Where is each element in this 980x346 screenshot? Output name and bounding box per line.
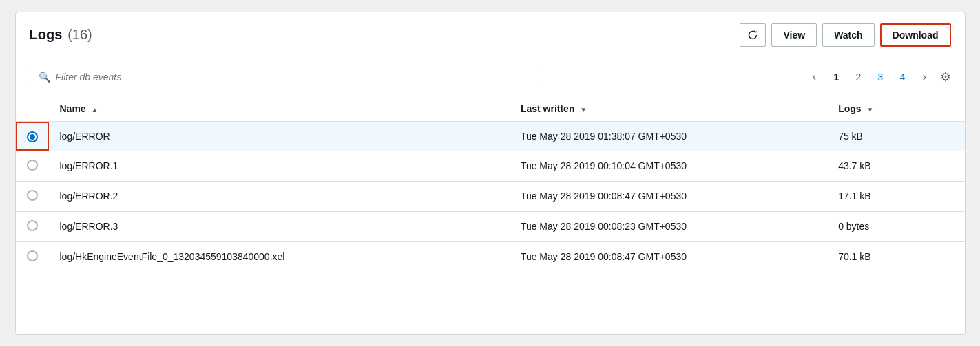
radio-cell[interactable] <box>16 181 49 211</box>
panel-header: Logs (16) View Watch Download <box>16 12 965 58</box>
prev-page-button[interactable]: ‹ <box>805 67 824 87</box>
col-select <box>16 96 49 122</box>
cell-name: log/ERROR <box>49 122 510 151</box>
last-written-sort-icon: ▼ <box>580 106 587 113</box>
logs-table: Name ▲ Last written ▼ Logs ▼ log/ERRORTu… <box>16 96 965 272</box>
cell-last-written: Tue May 28 2019 00:10:04 GMT+0530 <box>510 151 827 181</box>
cell-name: log/HkEngineEventFile_0_1320345591038400… <box>49 241 510 272</box>
radio-button[interactable] <box>27 220 38 231</box>
table-row[interactable]: log/HkEngineEventFile_0_1320345591038400… <box>16 241 965 272</box>
header-actions: View Watch Download <box>740 23 950 47</box>
radio-cell[interactable] <box>16 122 49 151</box>
col-last-written[interactable]: Last written ▼ <box>510 96 827 122</box>
cell-logs: 17.1 kB <box>827 181 964 211</box>
table-row[interactable]: log/ERROR.3Tue May 28 2019 00:08:23 GMT+… <box>16 211 965 241</box>
logs-sort-icon: ▼ <box>866 106 873 113</box>
cell-name: log/ERROR.1 <box>49 151 510 181</box>
cell-name: log/ERROR.2 <box>49 181 510 211</box>
watch-button[interactable]: Watch <box>822 23 874 47</box>
radio-cell[interactable] <box>16 151 49 181</box>
table-row[interactable]: log/ERROR.1Tue May 28 2019 00:10:04 GMT+… <box>16 151 965 181</box>
radio-cell[interactable] <box>16 241 49 272</box>
cell-logs: 75 kB <box>827 122 964 151</box>
download-button[interactable]: Download <box>880 23 951 47</box>
search-bar: 🔍 ‹ 1 2 3 4 › ⚙ <box>16 58 965 96</box>
settings-icon[interactable]: ⚙ <box>940 69 951 85</box>
cell-logs: 0 bytes <box>827 211 964 241</box>
cell-last-written: Tue May 28 2019 00:08:47 GMT+0530 <box>510 181 827 211</box>
page-4-button[interactable]: 4 <box>893 67 913 87</box>
cell-last-written: Tue May 28 2019 00:08:23 GMT+0530 <box>510 211 827 241</box>
col-name[interactable]: Name ▲ <box>49 96 510 122</box>
cell-logs: 70.1 kB <box>827 241 964 272</box>
table-row[interactable]: log/ERRORTue May 28 2019 01:38:07 GMT+05… <box>16 122 965 151</box>
view-button[interactable]: View <box>771 23 817 47</box>
table-body: log/ERRORTue May 28 2019 01:38:07 GMT+05… <box>16 122 965 272</box>
radio-button[interactable] <box>27 190 38 201</box>
panel-title: Logs (16) <box>30 27 92 43</box>
page-2-button[interactable]: 2 <box>849 67 868 87</box>
cell-last-written: Tue May 28 2019 01:38:07 GMT+0530 <box>510 122 827 151</box>
cell-logs: 43.7 kB <box>827 151 964 181</box>
pagination: ‹ 1 2 3 4 › ⚙ <box>805 67 951 87</box>
cell-last-written: Tue May 28 2019 00:08:47 GMT+0530 <box>510 241 827 272</box>
name-sort-icon: ▲ <box>92 106 98 113</box>
page-1-button[interactable]: 1 <box>827 67 846 87</box>
search-input[interactable] <box>56 72 530 83</box>
page-3-button[interactable]: 3 <box>871 67 890 87</box>
logs-panel: Logs (16) View Watch Download 🔍 ‹ 1 2 3 <box>15 12 966 335</box>
col-logs[interactable]: Logs ▼ <box>827 96 964 122</box>
search-icon: 🔍 <box>39 72 50 83</box>
table-header: Name ▲ Last written ▼ Logs ▼ <box>16 96 965 122</box>
radio-cell[interactable] <box>16 211 49 241</box>
radio-button[interactable] <box>27 160 38 171</box>
search-wrapper[interactable]: 🔍 <box>30 67 539 87</box>
next-page-button[interactable]: › <box>915 67 935 87</box>
title-count: (16) <box>67 27 92 42</box>
title-text: Logs <box>30 27 63 42</box>
radio-button[interactable] <box>27 131 38 142</box>
radio-button[interactable] <box>27 250 38 261</box>
refresh-icon <box>747 30 758 41</box>
cell-name: log/ERROR.3 <box>49 211 510 241</box>
table-row[interactable]: log/ERROR.2Tue May 28 2019 00:08:47 GMT+… <box>16 181 965 211</box>
refresh-button[interactable] <box>740 23 766 47</box>
